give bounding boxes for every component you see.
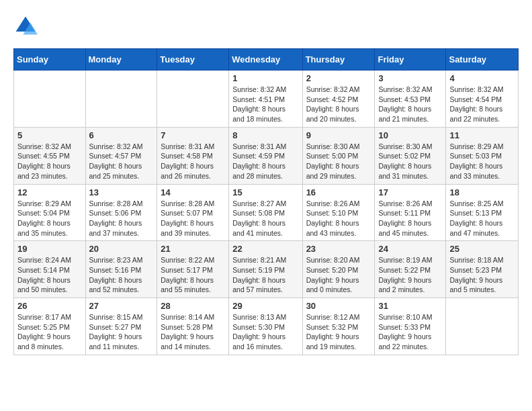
calendar-cell: 25Sunrise: 8:18 AM Sunset: 5:23 PM Dayli… xyxy=(446,241,519,298)
calendar-cell: 27Sunrise: 8:15 AM Sunset: 5:27 PM Dayli… xyxy=(85,298,157,355)
day-info: Sunrise: 8:32 AM Sunset: 4:57 PM Dayligh… xyxy=(89,142,154,181)
day-number: 6 xyxy=(89,130,154,140)
calendar-cell: 15Sunrise: 8:27 AM Sunset: 5:08 PM Dayli… xyxy=(229,184,302,241)
day-info: Sunrise: 8:30 AM Sunset: 5:02 PM Dayligh… xyxy=(378,142,442,181)
calendar-cell: 12Sunrise: 8:29 AM Sunset: 5:04 PM Dayli… xyxy=(14,184,86,241)
day-info: Sunrise: 8:22 AM Sunset: 5:17 PM Dayligh… xyxy=(161,255,225,295)
calendar-cell: 6Sunrise: 8:32 AM Sunset: 4:57 PM Daylig… xyxy=(85,127,157,184)
calendar-cell xyxy=(157,71,229,128)
calendar-cell: 16Sunrise: 8:26 AM Sunset: 5:10 PM Dayli… xyxy=(302,184,375,241)
calendar-cell: 21Sunrise: 8:22 AM Sunset: 5:17 PM Dayli… xyxy=(157,241,229,298)
weekday-header-row: SundayMondayTuesdayWednesdayThursdayFrid… xyxy=(14,49,519,71)
day-info: Sunrise: 8:10 AM Sunset: 5:33 PM Dayligh… xyxy=(378,312,442,352)
day-info: Sunrise: 8:28 AM Sunset: 5:06 PM Dayligh… xyxy=(89,199,154,238)
calendar-week-row: 12Sunrise: 8:29 AM Sunset: 5:04 PM Dayli… xyxy=(14,184,519,241)
weekday-header: Saturday xyxy=(446,49,519,71)
calendar-cell: 22Sunrise: 8:21 AM Sunset: 5:19 PM Dayli… xyxy=(229,241,302,298)
weekday-header: Sunday xyxy=(14,49,86,71)
calendar-week-row: 5Sunrise: 8:32 AM Sunset: 4:55 PM Daylig… xyxy=(14,127,519,184)
calendar-cell: 28Sunrise: 8:14 AM Sunset: 5:28 PM Dayli… xyxy=(157,298,229,355)
day-number: 15 xyxy=(232,187,298,197)
day-info: Sunrise: 8:20 AM Sunset: 5:20 PM Dayligh… xyxy=(306,255,371,295)
day-info: Sunrise: 8:13 AM Sunset: 5:30 PM Dayligh… xyxy=(232,312,298,352)
day-info: Sunrise: 8:18 AM Sunset: 5:23 PM Dayligh… xyxy=(449,255,515,295)
calendar-cell: 31Sunrise: 8:10 AM Sunset: 5:33 PM Dayli… xyxy=(375,298,446,355)
calendar-table: SundayMondayTuesdayWednesdayThursdayFrid… xyxy=(13,48,519,355)
calendar-cell: 2Sunrise: 8:32 AM Sunset: 4:52 PM Daylig… xyxy=(302,71,375,128)
calendar-cell: 11Sunrise: 8:29 AM Sunset: 5:03 PM Dayli… xyxy=(446,127,519,184)
calendar-cell: 5Sunrise: 8:32 AM Sunset: 4:55 PM Daylig… xyxy=(14,127,86,184)
calendar-cell: 23Sunrise: 8:20 AM Sunset: 5:20 PM Dayli… xyxy=(302,241,375,298)
day-info: Sunrise: 8:12 AM Sunset: 5:32 PM Dayligh… xyxy=(306,312,371,352)
day-number: 8 xyxy=(232,130,298,140)
day-info: Sunrise: 8:23 AM Sunset: 5:16 PM Dayligh… xyxy=(89,255,154,295)
day-number: 23 xyxy=(306,244,371,254)
calendar-week-row: 26Sunrise: 8:17 AM Sunset: 5:25 PM Dayli… xyxy=(14,298,519,355)
calendar-cell: 29Sunrise: 8:13 AM Sunset: 5:30 PM Dayli… xyxy=(229,298,302,355)
day-info: Sunrise: 8:31 AM Sunset: 4:59 PM Dayligh… xyxy=(232,142,298,181)
day-number: 10 xyxy=(378,130,442,140)
day-number: 22 xyxy=(232,244,298,254)
logo-icon xyxy=(13,13,38,38)
calendar-cell: 9Sunrise: 8:30 AM Sunset: 5:00 PM Daylig… xyxy=(302,127,375,184)
calendar-week-row: 19Sunrise: 8:24 AM Sunset: 5:14 PM Dayli… xyxy=(14,241,519,298)
day-number: 17 xyxy=(378,187,442,197)
day-number: 5 xyxy=(17,130,82,140)
day-info: Sunrise: 8:27 AM Sunset: 5:08 PM Dayligh… xyxy=(232,199,298,238)
day-info: Sunrise: 8:21 AM Sunset: 5:19 PM Dayligh… xyxy=(232,255,298,295)
day-number: 30 xyxy=(306,301,371,311)
page-header xyxy=(13,13,519,38)
day-info: Sunrise: 8:30 AM Sunset: 5:00 PM Dayligh… xyxy=(306,142,371,181)
day-number: 16 xyxy=(306,187,371,197)
calendar-cell xyxy=(14,71,86,128)
day-number: 1 xyxy=(232,73,298,83)
calendar-cell: 1Sunrise: 8:32 AM Sunset: 4:51 PM Daylig… xyxy=(229,71,302,128)
day-number: 31 xyxy=(378,301,442,311)
day-info: Sunrise: 8:32 AM Sunset: 4:52 PM Dayligh… xyxy=(306,85,371,124)
day-number: 26 xyxy=(17,301,82,311)
day-number: 2 xyxy=(306,73,371,83)
calendar-cell: 19Sunrise: 8:24 AM Sunset: 5:14 PM Dayli… xyxy=(14,241,86,298)
logo xyxy=(13,13,42,38)
day-number: 11 xyxy=(449,130,515,140)
weekday-header: Tuesday xyxy=(157,49,229,71)
calendar-cell: 10Sunrise: 8:30 AM Sunset: 5:02 PM Dayli… xyxy=(375,127,446,184)
day-info: Sunrise: 8:24 AM Sunset: 5:14 PM Dayligh… xyxy=(17,255,82,295)
calendar-cell: 3Sunrise: 8:32 AM Sunset: 4:53 PM Daylig… xyxy=(375,71,446,128)
day-number: 9 xyxy=(306,130,371,140)
calendar-cell: 26Sunrise: 8:17 AM Sunset: 5:25 PM Dayli… xyxy=(14,298,86,355)
calendar-cell: 18Sunrise: 8:25 AM Sunset: 5:13 PM Dayli… xyxy=(446,184,519,241)
day-info: Sunrise: 8:32 AM Sunset: 4:55 PM Dayligh… xyxy=(17,142,82,181)
day-number: 19 xyxy=(17,244,82,254)
day-number: 21 xyxy=(161,244,225,254)
day-number: 20 xyxy=(89,244,154,254)
day-info: Sunrise: 8:15 AM Sunset: 5:27 PM Dayligh… xyxy=(89,312,154,352)
day-number: 3 xyxy=(378,73,442,83)
calendar-cell xyxy=(85,71,157,128)
day-number: 25 xyxy=(449,244,515,254)
weekday-header: Friday xyxy=(375,49,446,71)
calendar-cell: 17Sunrise: 8:26 AM Sunset: 5:11 PM Dayli… xyxy=(375,184,446,241)
calendar-cell: 4Sunrise: 8:32 AM Sunset: 4:54 PM Daylig… xyxy=(446,71,519,128)
day-info: Sunrise: 8:32 AM Sunset: 4:53 PM Dayligh… xyxy=(378,85,442,124)
calendar-cell: 30Sunrise: 8:12 AM Sunset: 5:32 PM Dayli… xyxy=(302,298,375,355)
calendar-cell xyxy=(446,298,519,355)
calendar-cell: 7Sunrise: 8:31 AM Sunset: 4:58 PM Daylig… xyxy=(157,127,229,184)
calendar-cell: 8Sunrise: 8:31 AM Sunset: 4:59 PM Daylig… xyxy=(229,127,302,184)
day-number: 12 xyxy=(17,187,82,197)
day-info: Sunrise: 8:32 AM Sunset: 4:51 PM Dayligh… xyxy=(232,85,298,124)
day-info: Sunrise: 8:25 AM Sunset: 5:13 PM Dayligh… xyxy=(449,199,515,238)
day-info: Sunrise: 8:19 AM Sunset: 5:22 PM Dayligh… xyxy=(378,255,442,295)
day-info: Sunrise: 8:14 AM Sunset: 5:28 PM Dayligh… xyxy=(161,312,225,352)
calendar-week-row: 1Sunrise: 8:32 AM Sunset: 4:51 PM Daylig… xyxy=(14,71,519,128)
day-number: 13 xyxy=(89,187,154,197)
day-info: Sunrise: 8:29 AM Sunset: 5:04 PM Dayligh… xyxy=(17,199,82,238)
calendar-cell: 24Sunrise: 8:19 AM Sunset: 5:22 PM Dayli… xyxy=(375,241,446,298)
day-info: Sunrise: 8:29 AM Sunset: 5:03 PM Dayligh… xyxy=(449,142,515,181)
day-info: Sunrise: 8:17 AM Sunset: 5:25 PM Dayligh… xyxy=(17,312,82,352)
calendar-cell: 20Sunrise: 8:23 AM Sunset: 5:16 PM Dayli… xyxy=(85,241,157,298)
day-number: 7 xyxy=(161,130,225,140)
calendar-cell: 14Sunrise: 8:28 AM Sunset: 5:07 PM Dayli… xyxy=(157,184,229,241)
day-number: 18 xyxy=(449,187,515,197)
day-number: 29 xyxy=(232,301,298,311)
